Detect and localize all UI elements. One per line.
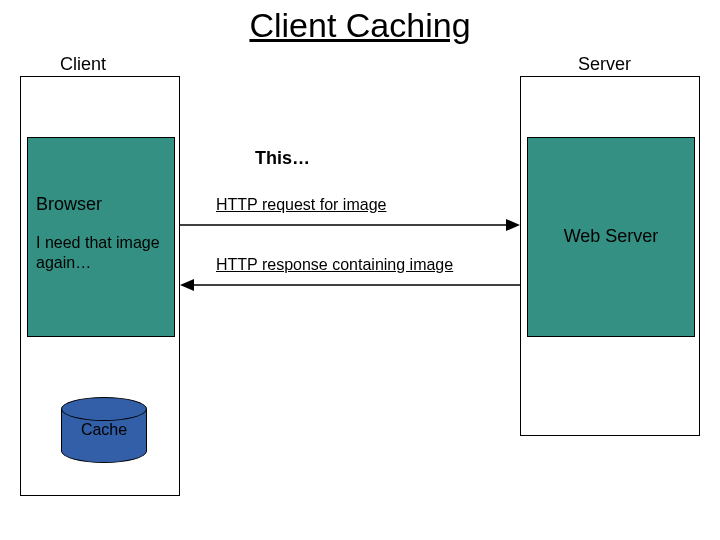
web-server-box: Web Server (527, 137, 695, 337)
response-label: HTTP response containing image (216, 256, 453, 274)
page-title: Client Caching (0, 6, 720, 45)
request-arrow (180, 218, 520, 232)
arrow-left-icon (180, 278, 520, 292)
browser-box: Browser I need that image again… (27, 137, 175, 337)
browser-thought: I need that image again… (36, 233, 166, 273)
client-box: Browser I need that image again… Cache (20, 76, 180, 496)
client-label: Client (60, 54, 106, 75)
response-arrow (180, 278, 520, 292)
server-box: Web Server (520, 76, 700, 436)
svg-marker-3 (180, 279, 194, 291)
cache-label: Cache (61, 421, 147, 439)
arrow-right-icon (180, 218, 520, 232)
svg-marker-1 (506, 219, 520, 231)
cache-cylinder: Cache (61, 397, 147, 463)
diagram-stage: Client Caching Client Server Browser I n… (0, 0, 720, 540)
request-label: HTTP request for image (216, 196, 386, 214)
cache-top-ellipse (61, 397, 147, 421)
server-label: Server (578, 54, 631, 75)
this-label: This… (255, 148, 310, 169)
browser-label: Browser (36, 194, 166, 215)
web-server-label: Web Server (564, 226, 659, 248)
